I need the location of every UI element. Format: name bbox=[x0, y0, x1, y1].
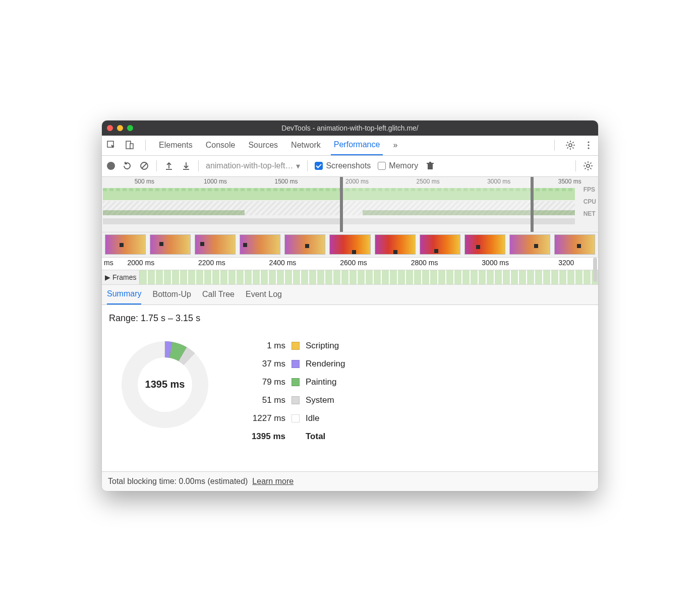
flame-tick: 2000 ms bbox=[127, 259, 154, 267]
legend-swatch bbox=[291, 396, 300, 404]
cpu-label: CPU bbox=[584, 198, 596, 205]
legend-row-rendering: 37 ms Rendering bbox=[248, 355, 345, 373]
screenshots-toggle[interactable]: Screenshots bbox=[315, 161, 371, 170]
svg-rect-2 bbox=[130, 144, 133, 149]
gear-icon[interactable] bbox=[565, 140, 576, 150]
memory-label: Memory bbox=[389, 161, 418, 170]
cpu-track bbox=[103, 201, 575, 215]
tab-elements[interactable]: Elements bbox=[156, 135, 196, 155]
download-icon[interactable] bbox=[181, 161, 191, 170]
legend-value: 1227 ms bbox=[248, 413, 285, 423]
overview-tick: 1000 ms bbox=[204, 178, 227, 185]
overview-ruler: 500 ms1000 ms1500 ms2000 ms2500 ms3000 m… bbox=[102, 177, 598, 186]
reload-icon[interactable] bbox=[122, 161, 132, 170]
checkbox-checked-icon[interactable] bbox=[315, 162, 323, 170]
filmstrip-thumbnail[interactable] bbox=[284, 234, 325, 255]
devtools-tabbar: ElementsConsoleSourcesNetworkPerformance… bbox=[102, 136, 598, 156]
legend-row-painting: 79 ms Painting bbox=[248, 373, 345, 391]
flame-tick: 2800 ms bbox=[411, 259, 438, 267]
svg-line-10 bbox=[567, 147, 568, 148]
filmstrip-thumbnail[interactable] bbox=[329, 234, 370, 255]
device-toggle-icon[interactable] bbox=[124, 141, 135, 150]
net-track bbox=[103, 218, 575, 224]
divider bbox=[307, 160, 308, 171]
timeline-overview[interactable]: 500 ms1000 ms1500 ms2000 ms2500 ms3000 m… bbox=[102, 177, 598, 232]
filmstrip-thumbnail[interactable] bbox=[105, 234, 146, 255]
memory-toggle[interactable]: Memory bbox=[378, 161, 418, 170]
svg-point-14 bbox=[588, 147, 589, 149]
ruler-clip: ms bbox=[104, 259, 113, 267]
caret-right-icon: ▶ bbox=[105, 273, 110, 281]
legend-row-idle: 1227 ms Idle bbox=[248, 409, 345, 427]
flame-chart-area[interactable]: ms 2000 ms2200 ms2400 ms2600 ms2800 ms30… bbox=[102, 258, 598, 285]
details-tab-call-tree[interactable]: Call Tree bbox=[202, 284, 235, 304]
legend-label: Painting bbox=[306, 377, 336, 387]
divider bbox=[575, 160, 576, 171]
tab-network[interactable]: Network bbox=[288, 135, 324, 155]
legend-value: 79 ms bbox=[248, 377, 285, 387]
recording-select-label: animation-with-top-left… bbox=[206, 161, 293, 170]
svg-line-8 bbox=[567, 142, 568, 143]
learn-more-link[interactable]: Learn more bbox=[252, 477, 294, 485]
svg-point-12 bbox=[588, 141, 589, 143]
filmstrip-thumbnail[interactable] bbox=[509, 234, 550, 255]
titlebar[interactable]: DevTools - animation-with-top-left.glitc… bbox=[102, 120, 598, 136]
tab-console[interactable]: Console bbox=[203, 135, 239, 155]
flame-ruler: ms 2000 ms2200 ms2400 ms2600 ms2800 ms30… bbox=[102, 258, 598, 270]
kebab-menu-icon[interactable] bbox=[583, 141, 594, 150]
upload-icon[interactable] bbox=[164, 161, 174, 170]
svg-line-27 bbox=[585, 163, 586, 164]
flame-tick: 2400 ms bbox=[269, 259, 297, 267]
inspect-icon[interactable] bbox=[106, 141, 117, 150]
filmstrip-thumbnail[interactable] bbox=[240, 234, 280, 255]
filmstrip-thumbnail[interactable] bbox=[195, 234, 236, 255]
filmstrip-thumbnail[interactable] bbox=[554, 234, 595, 255]
overview-track-labels: FPS CPU NET bbox=[584, 186, 596, 217]
flame-tick: 3200 bbox=[558, 259, 574, 267]
legend-value: 37 ms bbox=[248, 359, 285, 369]
frames-track-header[interactable]: ▶ Frames bbox=[102, 270, 140, 284]
legend-swatch bbox=[291, 360, 300, 368]
svg-point-13 bbox=[588, 144, 589, 146]
legend-label: Rendering bbox=[306, 359, 345, 369]
overview-tick: 2000 ms bbox=[345, 178, 369, 185]
trash-icon[interactable] bbox=[425, 161, 435, 170]
legend-value: 1 ms bbox=[248, 341, 285, 351]
legend-swatch bbox=[291, 342, 300, 350]
record-button[interactable] bbox=[107, 162, 115, 170]
legend-total-label: Total bbox=[306, 432, 325, 442]
tabs-overflow-button[interactable]: » bbox=[390, 135, 400, 155]
performance-toolbar: animation-with-top-left… ▾ Screenshots M… bbox=[102, 156, 598, 177]
range-label: Range: 1.75 s – 3.15 s bbox=[109, 313, 591, 324]
svg-line-11 bbox=[572, 142, 573, 143]
filmstrip-thumbnail[interactable] bbox=[420, 234, 460, 255]
details-tab-event-log[interactable]: Event Log bbox=[246, 284, 282, 304]
checkbox-unchecked-icon[interactable] bbox=[378, 162, 386, 170]
divider bbox=[198, 160, 199, 171]
vertical-scrollbar[interactable] bbox=[593, 258, 597, 282]
screenshots-filmstrip[interactable] bbox=[102, 232, 598, 258]
frames-track[interactable]: ▶ Frames bbox=[102, 270, 598, 285]
flame-tick: 2600 ms bbox=[340, 259, 367, 267]
devtools-window: DevTools - animation-with-top-left.glitc… bbox=[102, 120, 598, 491]
overview-tick: 1500 ms bbox=[274, 178, 298, 185]
divider bbox=[156, 160, 157, 171]
filmstrip-thumbnail[interactable] bbox=[375, 234, 416, 255]
filmstrip-thumbnail[interactable] bbox=[464, 234, 505, 255]
filmstrip-thumbnail[interactable] bbox=[150, 234, 191, 255]
details-tab-summary[interactable]: Summary bbox=[107, 284, 141, 304]
overview-tick: 3000 ms bbox=[487, 178, 510, 185]
details-tab-bottom-up[interactable]: Bottom-Up bbox=[152, 284, 191, 304]
legend-swatch bbox=[291, 414, 300, 422]
frames-label: Frames bbox=[112, 273, 136, 281]
tab-performance[interactable]: Performance bbox=[331, 135, 383, 155]
gear-icon[interactable] bbox=[583, 161, 593, 171]
legend-row-total: 1395 ms Total bbox=[248, 427, 345, 446]
overview-tick: 2500 ms bbox=[417, 178, 440, 185]
footer-bar: Total blocking time: 0.00ms (estimated) … bbox=[102, 471, 598, 491]
clear-icon[interactable] bbox=[139, 161, 149, 170]
legend-value: 51 ms bbox=[248, 395, 285, 405]
fps-track bbox=[103, 186, 575, 200]
tab-sources[interactable]: Sources bbox=[245, 135, 281, 155]
recording-select[interactable]: animation-with-top-left… ▾ bbox=[206, 161, 300, 171]
